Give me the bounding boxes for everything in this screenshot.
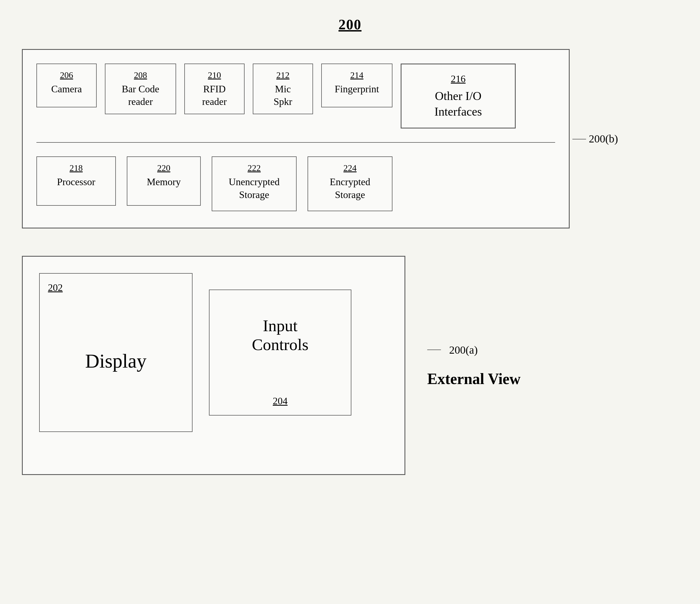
encrypted-component: 224 EncryptedStorage — [307, 156, 393, 211]
fingerprint-ref: 214 — [327, 70, 387, 81]
encrypted-label: EncryptedStorage — [330, 176, 370, 200]
other-io-component: 216 Other I/OInterfaces — [401, 64, 516, 128]
memory-ref: 220 — [132, 163, 195, 174]
fingerprint-component: 214 Fingerprint — [321, 64, 393, 107]
fingerprint-label: Fingerprint — [335, 83, 379, 95]
input-controls-ref: 204 — [218, 390, 343, 407]
processor-label: Processor — [57, 176, 95, 187]
other-io-label: Other I/OInterfaces — [434, 89, 482, 118]
camera-component: 206 Camera — [36, 64, 97, 107]
external-view-text: External View — [427, 370, 521, 388]
rfid-component: 210 RFIDreader — [184, 64, 245, 114]
camera-ref: 206 — [42, 70, 91, 81]
encrypted-ref: 224 — [313, 163, 387, 174]
input-controls-component: InputControls 204 — [209, 290, 351, 415]
page-title: 200 — [22, 17, 678, 32]
unencrypted-label: UnencryptedStorage — [229, 176, 280, 200]
rfid-label: RFIDreader — [202, 83, 227, 107]
processor-component: 218 Processor — [36, 156, 116, 206]
mic-ref: 212 — [258, 70, 307, 81]
display-label: Display — [48, 350, 184, 372]
unencrypted-component: 222 UnencryptedStorage — [212, 156, 297, 211]
unencrypted-ref: 222 — [217, 163, 291, 174]
external-view-box: 202 Display InputControls 204 — [22, 256, 405, 475]
memory-component: 220 Memory — [127, 156, 201, 206]
mic-component: 212 MicSpkr — [253, 64, 313, 114]
display-component: 202 Display — [39, 273, 193, 432]
input-controls-label: InputControls — [252, 316, 309, 354]
rfid-ref: 210 — [190, 70, 239, 81]
barcode-ref: 208 — [110, 70, 171, 81]
barcode-label: Bar Codereader — [122, 83, 159, 107]
camera-label: Camera — [51, 83, 82, 95]
other-io-ref: 216 — [412, 73, 504, 86]
barcode-component: 208 Bar Codereader — [105, 64, 176, 114]
memory-label: Memory — [147, 176, 181, 187]
diagram-b-label: 200(b) — [586, 132, 616, 145]
mic-label: MicSpkr — [274, 83, 292, 107]
display-ref: 202 — [48, 282, 184, 293]
internal-view-box: 206 Camera 208 Bar Codereader 210 RFIDre… — [22, 49, 570, 228]
processor-ref: 218 — [42, 163, 110, 174]
diagram-a-label: 200(a) — [427, 343, 521, 356]
